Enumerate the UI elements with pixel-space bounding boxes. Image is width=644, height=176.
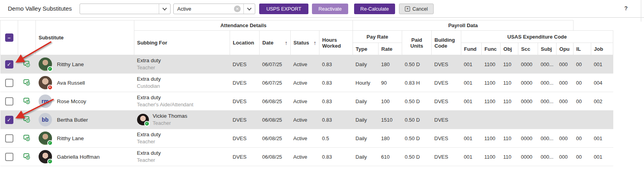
recalculate-button[interactable]: Re-Calculate [354, 4, 395, 14]
fund-cell: 001 [461, 74, 482, 92]
column-header-scc[interactable]: Scc [518, 43, 538, 55]
status-cell: Active [291, 92, 319, 111]
column-header-location[interactable]: Location [230, 31, 260, 55]
status-filter-dropdown[interactable]: Active ✕ [173, 4, 255, 14]
job-cell: 001 [591, 129, 613, 148]
column-header-type[interactable]: Type [353, 43, 379, 55]
declined-badge-icon: ✕ [47, 85, 53, 90]
row-checkbox[interactable] [5, 134, 13, 143]
pay-detail-icon[interactable] [23, 152, 31, 160]
job-cell: 001 [591, 55, 613, 74]
paid-units-cell: 0.50 D [402, 111, 432, 129]
column-header-obj[interactable]: Obj [501, 43, 518, 55]
scc-cell: 0000 [518, 148, 538, 166]
table-row[interactable]: ✓Ritthy Lane Extra dutyTeacher DVES 06/0… [0, 129, 613, 148]
subbing-role: Custodian [137, 83, 227, 90]
clear-filter-icon[interactable]: ✕ [234, 6, 241, 12]
usps-export-button[interactable]: USPS EXPORT [259, 4, 308, 14]
page-title: Demo Valley Substitutes [8, 5, 72, 12]
hours-cell: 0.5 [319, 129, 353, 148]
hours-cell: 0.83 [319, 92, 353, 111]
reactivate-button[interactable]: Reactivate [312, 4, 348, 14]
column-header-func[interactable]: Func [482, 43, 501, 55]
substitutes-table: – Substitute Attendance Details Payroll … [0, 20, 613, 166]
row-checkbox[interactable] [5, 79, 13, 87]
job-cell: 001 [591, 148, 613, 166]
column-header-fund[interactable]: Fund [461, 43, 482, 55]
checkmark-icon: ✓ [7, 62, 11, 67]
row-checkbox[interactable] [5, 153, 13, 161]
substitute-name: Ritthy Lane [57, 61, 84, 67]
column-header-date[interactable]: Date↑ [260, 31, 291, 55]
column-header-subj[interactable]: Subj [538, 43, 557, 55]
table-row[interactable]: ✓Gabriella Hoffman Extra dutyTeacher DVE… [0, 148, 613, 166]
func-cell: 1100 [482, 92, 501, 111]
help-icon[interactable]: ? [624, 5, 628, 11]
date-cell: 06/08/25 [260, 148, 291, 166]
rate-cell: 1510 [379, 111, 402, 129]
paid-units-cell: 0.50 D [402, 148, 432, 166]
pay-detail-icon[interactable] [23, 60, 31, 68]
column-header-il[interactable]: IL [573, 43, 591, 55]
pay-detail-icon[interactable] [23, 115, 31, 123]
pay-detail-icon[interactable] [23, 134, 31, 142]
row-checkbox[interactable]: ✓ [5, 60, 13, 69]
subj-cell: 000... [538, 74, 557, 92]
cancel-button[interactable]: ✕ Cancel [399, 4, 434, 14]
pay-detail-icon[interactable] [23, 97, 31, 105]
sort-ascending-icon[interactable]: ↑ [285, 40, 288, 46]
sort-ascending-icon[interactable]: ↑ [314, 40, 316, 46]
row-checkbox[interactable] [5, 97, 13, 106]
column-header-building-code[interactable]: Building Code [432, 31, 461, 55]
status-filter-chevron[interactable] [243, 4, 255, 14]
table-row[interactable]: rmRose Mccoy Extra dutyTeacher's Aide/At… [0, 92, 613, 111]
pay-detail-icon[interactable] [23, 78, 31, 86]
subbing-role: Teacher [137, 138, 227, 146]
il-cell: 00 [573, 148, 591, 166]
building-code-cell: DVES [432, 74, 461, 92]
opu-cell: 000 [557, 55, 573, 74]
pay-type-cell: Daily [353, 148, 379, 166]
group-header-payroll-data: Payroll Data [353, 20, 573, 31]
column-header-status[interactable]: Status↑ [291, 31, 319, 55]
func-cell: 1100 [482, 55, 501, 74]
table-row[interactable]: ✓ ✓Ritthy Lane Extra dutyTeacher DVES 06… [0, 55, 613, 74]
substitute-filter-dropdown[interactable] [80, 4, 171, 14]
status-filter-value[interactable]: Active [174, 4, 234, 14]
column-header-paid-units[interactable]: Paid Units [402, 31, 432, 55]
subbing-person-name: Vickie Thomas [153, 112, 187, 120]
obj-cell: 110 [501, 129, 518, 148]
location-cell: DVES [230, 148, 260, 166]
avatar: rm [39, 94, 52, 108]
paid-units-cell: 0.83 H [402, 74, 432, 92]
scc-cell [518, 111, 538, 129]
select-all-checkbox[interactable]: – [5, 33, 13, 42]
opu-cell: 000 [557, 74, 573, 92]
verified-badge-icon: ✓ [47, 159, 53, 164]
hours-cell: 0.83 [319, 148, 353, 166]
table-row[interactable]: ✓ bbBertha Butler ✓ Vickie ThomasTeacher… [0, 111, 613, 129]
status-cell: Active [291, 129, 319, 148]
column-header-hours-worked[interactable]: Hours Worked [319, 31, 353, 55]
table-row[interactable]: ✕Ava Russell Extra dutyCustodian DVES 06… [0, 74, 613, 92]
func-cell [482, 111, 501, 129]
substitute-name: Bertha Butler [57, 117, 88, 123]
row-checkbox[interactable]: ✓ [5, 116, 13, 124]
checkmark-icon: ✓ [7, 117, 11, 122]
column-header-rate[interactable]: Rate [379, 43, 402, 55]
column-header-subbing-for[interactable]: Subbing For [134, 31, 230, 55]
avatar: bb [39, 113, 52, 126]
substitute-filter-chevron[interactable] [159, 4, 170, 14]
column-header-job[interactable]: Job [591, 43, 613, 55]
obj-cell: 110 [501, 148, 518, 166]
pay-type-cell: Hourly [353, 74, 379, 92]
pay-type-cell: Daily [353, 129, 379, 148]
column-header-opu[interactable]: Opu [557, 43, 573, 55]
avatar: ✕ [39, 76, 52, 89]
substitute-filter-value[interactable] [80, 4, 159, 14]
date-cell: 06/08/25 [260, 92, 291, 111]
scc-cell: 0000 [518, 55, 538, 74]
column-header-substitute[interactable]: Substitute [36, 20, 134, 55]
fund-cell: 001 [461, 55, 482, 74]
substitute-name: Gabriella Hoffman [57, 154, 100, 160]
